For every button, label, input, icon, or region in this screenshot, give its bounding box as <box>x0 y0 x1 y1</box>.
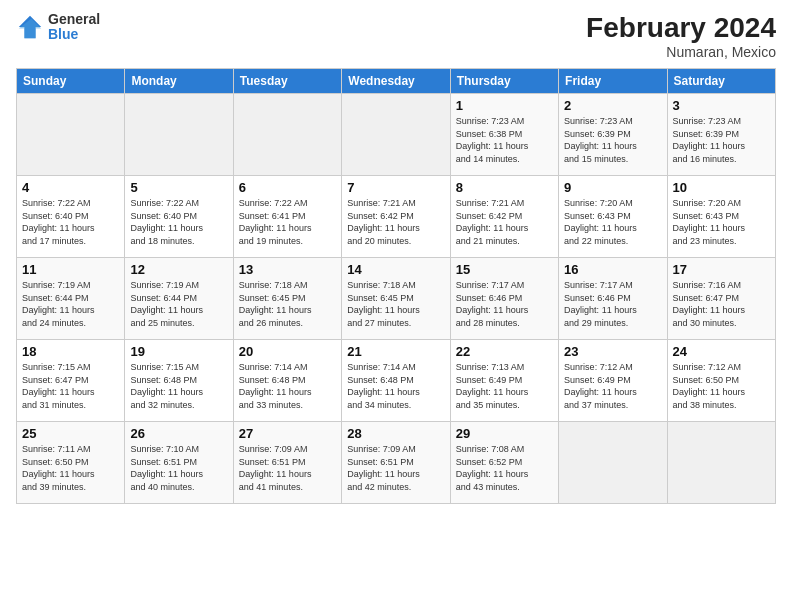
day-cell <box>667 422 775 504</box>
day-number: 19 <box>130 344 227 359</box>
day-cell: 4Sunrise: 7:22 AM Sunset: 6:40 PM Daylig… <box>17 176 125 258</box>
day-number: 29 <box>456 426 553 441</box>
calendar-table: Sunday Monday Tuesday Wednesday Thursday… <box>16 68 776 504</box>
day-cell: 29Sunrise: 7:08 AM Sunset: 6:52 PM Dayli… <box>450 422 558 504</box>
day-info: Sunrise: 7:08 AM Sunset: 6:52 PM Dayligh… <box>456 443 553 493</box>
week-row-1: 1Sunrise: 7:23 AM Sunset: 6:38 PM Daylig… <box>17 94 776 176</box>
day-number: 27 <box>239 426 336 441</box>
logo-blue: Blue <box>48 27 100 42</box>
day-info: Sunrise: 7:19 AM Sunset: 6:44 PM Dayligh… <box>130 279 227 329</box>
logo-icon <box>16 13 44 41</box>
day-info: Sunrise: 7:19 AM Sunset: 6:44 PM Dayligh… <box>22 279 119 329</box>
logo: General Blue <box>16 12 100 43</box>
day-info: Sunrise: 7:21 AM Sunset: 6:42 PM Dayligh… <box>456 197 553 247</box>
day-number: 22 <box>456 344 553 359</box>
day-info: Sunrise: 7:20 AM Sunset: 6:43 PM Dayligh… <box>673 197 770 247</box>
day-info: Sunrise: 7:22 AM Sunset: 6:40 PM Dayligh… <box>130 197 227 247</box>
day-number: 20 <box>239 344 336 359</box>
col-wednesday: Wednesday <box>342 69 450 94</box>
day-cell: 3Sunrise: 7:23 AM Sunset: 6:39 PM Daylig… <box>667 94 775 176</box>
logo-general: General <box>48 12 100 27</box>
day-cell: 23Sunrise: 7:12 AM Sunset: 6:49 PM Dayli… <box>559 340 667 422</box>
day-info: Sunrise: 7:22 AM Sunset: 6:40 PM Dayligh… <box>22 197 119 247</box>
week-row-4: 18Sunrise: 7:15 AM Sunset: 6:47 PM Dayli… <box>17 340 776 422</box>
day-cell: 17Sunrise: 7:16 AM Sunset: 6:47 PM Dayli… <box>667 258 775 340</box>
day-number: 8 <box>456 180 553 195</box>
header-row: Sunday Monday Tuesday Wednesday Thursday… <box>17 69 776 94</box>
day-cell: 26Sunrise: 7:10 AM Sunset: 6:51 PM Dayli… <box>125 422 233 504</box>
day-number: 18 <box>22 344 119 359</box>
day-number: 5 <box>130 180 227 195</box>
day-cell: 14Sunrise: 7:18 AM Sunset: 6:45 PM Dayli… <box>342 258 450 340</box>
day-info: Sunrise: 7:17 AM Sunset: 6:46 PM Dayligh… <box>456 279 553 329</box>
day-cell: 2Sunrise: 7:23 AM Sunset: 6:39 PM Daylig… <box>559 94 667 176</box>
day-number: 3 <box>673 98 770 113</box>
day-cell: 22Sunrise: 7:13 AM Sunset: 6:49 PM Dayli… <box>450 340 558 422</box>
day-cell: 12Sunrise: 7:19 AM Sunset: 6:44 PM Dayli… <box>125 258 233 340</box>
title-block: February 2024 Numaran, Mexico <box>586 12 776 60</box>
day-cell: 27Sunrise: 7:09 AM Sunset: 6:51 PM Dayli… <box>233 422 341 504</box>
day-number: 17 <box>673 262 770 277</box>
day-cell: 25Sunrise: 7:11 AM Sunset: 6:50 PM Dayli… <box>17 422 125 504</box>
week-row-3: 11Sunrise: 7:19 AM Sunset: 6:44 PM Dayli… <box>17 258 776 340</box>
day-cell: 11Sunrise: 7:19 AM Sunset: 6:44 PM Dayli… <box>17 258 125 340</box>
day-number: 16 <box>564 262 661 277</box>
day-number: 1 <box>456 98 553 113</box>
day-number: 21 <box>347 344 444 359</box>
day-info: Sunrise: 7:20 AM Sunset: 6:43 PM Dayligh… <box>564 197 661 247</box>
day-number: 6 <box>239 180 336 195</box>
day-info: Sunrise: 7:09 AM Sunset: 6:51 PM Dayligh… <box>239 443 336 493</box>
day-info: Sunrise: 7:22 AM Sunset: 6:41 PM Dayligh… <box>239 197 336 247</box>
day-number: 9 <box>564 180 661 195</box>
day-cell: 15Sunrise: 7:17 AM Sunset: 6:46 PM Dayli… <box>450 258 558 340</box>
day-cell: 28Sunrise: 7:09 AM Sunset: 6:51 PM Dayli… <box>342 422 450 504</box>
day-cell <box>233 94 341 176</box>
day-info: Sunrise: 7:23 AM Sunset: 6:39 PM Dayligh… <box>564 115 661 165</box>
day-info: Sunrise: 7:10 AM Sunset: 6:51 PM Dayligh… <box>130 443 227 493</box>
week-row-5: 25Sunrise: 7:11 AM Sunset: 6:50 PM Dayli… <box>17 422 776 504</box>
day-cell <box>342 94 450 176</box>
day-number: 15 <box>456 262 553 277</box>
day-info: Sunrise: 7:18 AM Sunset: 6:45 PM Dayligh… <box>239 279 336 329</box>
day-info: Sunrise: 7:11 AM Sunset: 6:50 PM Dayligh… <box>22 443 119 493</box>
day-info: Sunrise: 7:23 AM Sunset: 6:39 PM Dayligh… <box>673 115 770 165</box>
day-info: Sunrise: 7:15 AM Sunset: 6:48 PM Dayligh… <box>130 361 227 411</box>
logo-text: General Blue <box>48 12 100 43</box>
week-row-2: 4Sunrise: 7:22 AM Sunset: 6:40 PM Daylig… <box>17 176 776 258</box>
day-cell: 16Sunrise: 7:17 AM Sunset: 6:46 PM Dayli… <box>559 258 667 340</box>
day-number: 26 <box>130 426 227 441</box>
day-number: 13 <box>239 262 336 277</box>
day-number: 4 <box>22 180 119 195</box>
day-info: Sunrise: 7:17 AM Sunset: 6:46 PM Dayligh… <box>564 279 661 329</box>
day-cell: 18Sunrise: 7:15 AM Sunset: 6:47 PM Dayli… <box>17 340 125 422</box>
day-info: Sunrise: 7:12 AM Sunset: 6:49 PM Dayligh… <box>564 361 661 411</box>
page: General Blue February 2024 Numaran, Mexi… <box>0 0 792 612</box>
day-cell: 13Sunrise: 7:18 AM Sunset: 6:45 PM Dayli… <box>233 258 341 340</box>
month-year: February 2024 <box>586 12 776 44</box>
header: General Blue February 2024 Numaran, Mexi… <box>16 12 776 60</box>
day-cell: 9Sunrise: 7:20 AM Sunset: 6:43 PM Daylig… <box>559 176 667 258</box>
day-cell: 7Sunrise: 7:21 AM Sunset: 6:42 PM Daylig… <box>342 176 450 258</box>
day-cell <box>559 422 667 504</box>
day-cell: 10Sunrise: 7:20 AM Sunset: 6:43 PM Dayli… <box>667 176 775 258</box>
day-cell: 1Sunrise: 7:23 AM Sunset: 6:38 PM Daylig… <box>450 94 558 176</box>
col-friday: Friday <box>559 69 667 94</box>
day-number: 25 <box>22 426 119 441</box>
day-info: Sunrise: 7:21 AM Sunset: 6:42 PM Dayligh… <box>347 197 444 247</box>
day-number: 24 <box>673 344 770 359</box>
col-tuesday: Tuesday <box>233 69 341 94</box>
day-number: 14 <box>347 262 444 277</box>
day-info: Sunrise: 7:09 AM Sunset: 6:51 PM Dayligh… <box>347 443 444 493</box>
day-info: Sunrise: 7:14 AM Sunset: 6:48 PM Dayligh… <box>347 361 444 411</box>
col-sunday: Sunday <box>17 69 125 94</box>
day-cell <box>125 94 233 176</box>
day-cell: 19Sunrise: 7:15 AM Sunset: 6:48 PM Dayli… <box>125 340 233 422</box>
day-info: Sunrise: 7:14 AM Sunset: 6:48 PM Dayligh… <box>239 361 336 411</box>
day-cell: 8Sunrise: 7:21 AM Sunset: 6:42 PM Daylig… <box>450 176 558 258</box>
col-saturday: Saturday <box>667 69 775 94</box>
day-info: Sunrise: 7:18 AM Sunset: 6:45 PM Dayligh… <box>347 279 444 329</box>
location: Numaran, Mexico <box>586 44 776 60</box>
day-cell: 20Sunrise: 7:14 AM Sunset: 6:48 PM Dayli… <box>233 340 341 422</box>
day-number: 7 <box>347 180 444 195</box>
day-number: 2 <box>564 98 661 113</box>
